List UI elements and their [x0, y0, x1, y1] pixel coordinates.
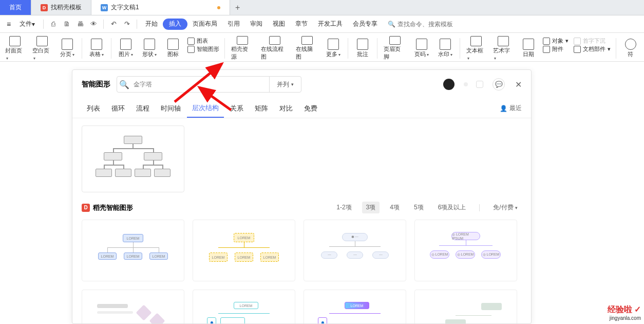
menubar: ≡ 文件▾ ⎙ 🗎 🖶 👁 ↶ ↷ 开始 插入 页面布局 引用 审阅 视图 章节…	[0, 15, 644, 33]
command-search[interactable]: 🔍	[388, 21, 464, 28]
wordart-icon	[498, 36, 509, 46]
docer-res-icon	[237, 36, 248, 45]
word-icon: W	[101, 4, 108, 11]
save-icon[interactable]: 🗎	[61, 19, 72, 30]
recent-button[interactable]: 👤最近	[500, 104, 522, 113]
close-button[interactable]: ✕	[515, 80, 522, 89]
category-tabs: 列表 循环 流程 时间轴 层次结构 关系 矩阵 对比 免费 👤最近	[72, 99, 531, 118]
menu-file[interactable]: 文件▾	[14, 15, 40, 32]
tab-process[interactable]: 流程	[131, 99, 155, 118]
tab-home[interactable]: 首页	[0, 0, 31, 15]
menu-member[interactable]: 会员专享	[348, 15, 383, 32]
ribbon-mind[interactable]: 在线脑图	[293, 36, 321, 61]
symbol-icon	[625, 39, 636, 50]
ribbon-parts[interactable]: 文档部件▾	[574, 45, 611, 53]
ribbon-blank[interactable]: 空白页▾	[29, 36, 55, 61]
ribbon-chart[interactable]: 图表	[187, 37, 219, 45]
ribbon-textbox[interactable]: 文本框▾	[463, 36, 489, 61]
panel-title: 智能图形	[82, 80, 110, 89]
filter-paid[interactable]: 免/付费 ▾	[489, 202, 522, 213]
attach-icon	[543, 46, 550, 53]
shape-icon	[144, 39, 155, 50]
ribbon-attach[interactable]: 附件	[543, 45, 569, 53]
ribbon-dropcap[interactable]: 首字下沉	[574, 37, 611, 45]
ribbon-comment[interactable]: 批注	[351, 36, 374, 61]
menu-insert[interactable]: 插入	[163, 19, 187, 30]
filter-1-2[interactable]: 1-2项	[332, 202, 355, 213]
tab-compare[interactable]: 对比	[274, 99, 298, 118]
template-card-3[interactable]: ✱ ⋯ ⋯ ⋯ ⋯	[304, 220, 406, 281]
ribbon-watermark[interactable]: 水印▾	[434, 36, 457, 61]
menu-devtools[interactable]: 开发工具	[313, 15, 348, 32]
hamburger-icon[interactable]: ≡	[3, 20, 14, 28]
tab-free[interactable]: 免费	[299, 99, 323, 118]
ribbon-more[interactable]: 更多▾	[322, 36, 345, 61]
filter-6plus[interactable]: 6项及以上	[434, 202, 470, 213]
pagenum-icon	[416, 39, 427, 50]
object-icon	[543, 38, 550, 45]
ribbon-pagenum[interactable]: 页码▾	[410, 36, 433, 61]
tab-timeline[interactable]: 时间轴	[156, 99, 186, 118]
ribbon-date[interactable]: 日期	[517, 36, 540, 61]
panel-search-button[interactable]: 并列 ▾	[269, 77, 301, 92]
menu-start[interactable]: 开始	[140, 15, 163, 32]
ribbon-cover[interactable]: 封面页▾	[2, 36, 28, 61]
template-card-8[interactable]	[414, 290, 517, 323]
template-card-5[interactable]	[82, 290, 184, 323]
ribbon-flow[interactable]: 在线流程图	[258, 36, 292, 61]
open-icon[interactable]: ⎙	[48, 19, 59, 30]
filter-3[interactable]: 3项	[362, 202, 380, 213]
ribbon-table[interactable]: 表格▾	[85, 36, 108, 61]
template-card-4[interactable]: ◎ LOREM IPSUM ◎ LOREM ◎ LOREM ◎ LOREM	[414, 220, 517, 281]
title-tabs: 首页 D 找稻壳模板 W 文字文稿1 +	[0, 0, 644, 15]
tab-matrix[interactable]: 矩阵	[250, 99, 273, 118]
ribbon-docer[interactable]: 稻壳资源	[228, 36, 257, 61]
template-card-7[interactable]: LOREM 👤	[304, 290, 406, 323]
more-icon	[328, 39, 339, 50]
ribbon-symbol[interactable]: 符	[619, 36, 642, 61]
menu-reference[interactable]: 引用	[222, 15, 245, 32]
picture-icon	[120, 39, 131, 50]
template-card-2[interactable]: LOREM LOREM LOREM LOREM	[193, 220, 295, 281]
avatar[interactable]	[443, 79, 454, 90]
tab-hierarchy[interactable]: 层次结构	[187, 99, 224, 118]
comment-icon	[357, 39, 368, 50]
template-card-6[interactable]: LOREM 👤	[193, 290, 295, 323]
ribbon-shape[interactable]: 形状▾	[138, 36, 161, 61]
menu-review[interactable]: 审阅	[245, 15, 268, 32]
tab-cycle[interactable]: 循环	[106, 99, 130, 118]
icon-icon	[167, 39, 179, 50]
panel-search-input[interactable]	[131, 81, 269, 88]
menu-view[interactable]: 视图	[268, 15, 290, 32]
menu-layout[interactable]: 页面布局	[187, 15, 222, 32]
ribbon-wordart[interactable]: 艺术字▾	[490, 36, 516, 61]
preview-icon[interactable]: 👁	[88, 19, 99, 30]
ribbon-object[interactable]: 对象▾	[543, 37, 569, 45]
ribbon-pagebreak[interactable]: 分页▾	[56, 36, 79, 61]
tab-docer[interactable]: D 找稻壳模板	[31, 0, 91, 15]
status-dot-icon	[464, 82, 468, 86]
blank-icon	[36, 36, 48, 46]
panel-search[interactable]: 🔍 并列 ▾	[117, 76, 301, 93]
menu-chapter[interactable]: 章节	[290, 15, 313, 32]
parts-icon	[574, 46, 581, 53]
new-tab-button[interactable]: +	[230, 0, 245, 15]
tab-document[interactable]: W 文字文稿1	[91, 0, 230, 15]
flow-icon	[269, 36, 280, 45]
ribbon-headerfooter[interactable]: 页眉页脚	[381, 36, 409, 61]
chat-icon[interactable]: 💬	[493, 78, 505, 91]
ribbon-picture[interactable]: 图片▾	[115, 36, 137, 61]
ribbon-smart[interactable]: 智能图形	[187, 45, 219, 53]
print-icon[interactable]: 🖶	[74, 19, 86, 30]
template-card-1[interactable]: LOREM LOREM LOREM LOREM	[82, 220, 184, 281]
template-basic-hierarchy[interactable]	[82, 125, 184, 192]
undo-icon[interactable]: ↶	[108, 19, 119, 30]
ribbon-icon[interactable]: 图标	[162, 36, 184, 61]
tab-relation[interactable]: 关系	[225, 99, 249, 118]
command-search-input[interactable]	[397, 21, 464, 28]
table-icon	[91, 39, 102, 50]
tab-list[interactable]: 列表	[82, 99, 105, 118]
filter-4[interactable]: 4项	[386, 202, 404, 213]
redo-icon[interactable]: ↷	[121, 19, 132, 30]
filter-5[interactable]: 5项	[410, 202, 428, 213]
